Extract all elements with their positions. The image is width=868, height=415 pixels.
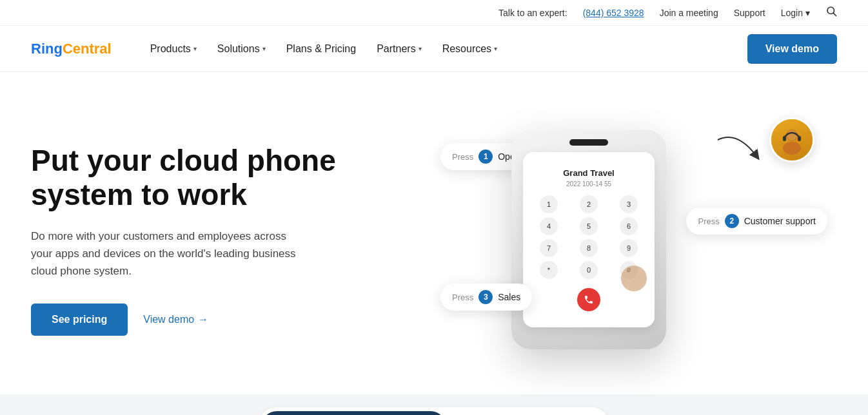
- tab-customer-experience[interactable]: Customer Experience: [448, 411, 606, 415]
- dialpad-8[interactable]: 8: [580, 239, 598, 257]
- dialpad-6[interactable]: 6: [620, 217, 638, 235]
- nav-solutions[interactable]: Solutions ▾: [210, 38, 273, 60]
- view-demo-link[interactable]: View demo →: [143, 314, 208, 325]
- partners-label: Partners: [377, 43, 415, 55]
- hero-right: Press 1 Opening Hours Grand Travel 2022 …: [340, 111, 837, 369]
- hero-title: Put your cloud phone system to work: [31, 144, 340, 212]
- tabs-container: Business Communications Customer Experie…: [258, 407, 610, 415]
- ivr-3-number: 3: [478, 290, 493, 304]
- svg-point-4: [787, 130, 797, 140]
- chevron-down-icon: ▾: [805, 8, 810, 18]
- resources-label: Resources: [442, 43, 491, 55]
- partners-chevron-icon: ▾: [419, 45, 422, 52]
- ivr-bubble-2: Press 2 Customer support: [686, 208, 827, 235]
- solutions-label: Solutions: [217, 43, 260, 55]
- ivr-1-number: 1: [478, 150, 493, 164]
- logo[interactable]: Ring Central: [31, 41, 112, 57]
- top-bar: Talk to an expert: (844) 652 3928 Join a…: [0, 0, 868, 26]
- agent-avatar: [769, 117, 814, 162]
- resources-chevron-icon: ▾: [494, 45, 497, 52]
- logo-ring: Ring: [31, 41, 63, 57]
- svg-line-1: [833, 13, 836, 15]
- svg-rect-6: [798, 136, 801, 141]
- see-pricing-button[interactable]: See pricing: [31, 304, 128, 336]
- main-nav: Ring Central Products ▾ Solutions ▾ Plan…: [0, 26, 868, 72]
- nav-products[interactable]: Products ▾: [143, 38, 204, 60]
- login-button[interactable]: Login ▾: [781, 8, 810, 18]
- expert-label: Talk to an expert:: [498, 8, 567, 18]
- dialpad-star[interactable]: *: [540, 261, 558, 279]
- ivr-bubble-3: Press 3 Sales: [440, 284, 532, 311]
- hero-subtitle: Do more with your customers and employee…: [31, 227, 302, 280]
- products-chevron-icon: ▾: [193, 45, 197, 52]
- logo-central: Central: [63, 41, 112, 57]
- agent-avatar-image: [771, 119, 813, 160]
- dialpad-1[interactable]: 1: [540, 195, 558, 213]
- products-label: Products: [150, 43, 191, 55]
- solutions-chevron-icon: ▾: [262, 45, 266, 52]
- ivr-3-text: Sales: [498, 292, 520, 302]
- nav-items: Products ▾ Solutions ▾ Plans & Pricing P…: [143, 38, 747, 60]
- caller-number: 2022 100-14 55: [566, 180, 611, 188]
- plans-pricing-label: Plans & Pricing: [286, 43, 357, 55]
- dialpad-7[interactable]: 7: [540, 239, 558, 257]
- phone-image: Grand Travel 2022 100-14 55 1 2 3 4 5 6 …: [511, 130, 666, 349]
- dialpad-4[interactable]: 4: [540, 217, 558, 235]
- ivr-2-number: 2: [725, 214, 739, 228]
- ivr-2-text: Customer support: [744, 216, 816, 226]
- dialpad-9[interactable]: 9: [620, 239, 638, 257]
- search-button[interactable]: [825, 5, 837, 20]
- dialpad-3[interactable]: 3: [620, 195, 638, 213]
- svg-rect-5: [783, 136, 786, 141]
- hero-section: Put your cloud phone system to work Do m…: [0, 72, 868, 394]
- hero-cta: See pricing View demo →: [31, 304, 340, 336]
- join-meeting-link[interactable]: Join a meeting: [660, 8, 718, 18]
- login-label: Login: [781, 8, 803, 18]
- nav-partners[interactable]: Partners ▾: [369, 38, 429, 60]
- phone-mockup: Press 1 Opening Hours Grand Travel 2022 …: [492, 130, 686, 349]
- dialpad-2[interactable]: 2: [580, 195, 598, 213]
- end-call-button[interactable]: [577, 288, 600, 311]
- phone-number[interactable]: (844) 652 3928: [583, 8, 644, 18]
- phone-screen: Grand Travel 2022 100-14 55 1 2 3 4 5 6 …: [511, 130, 666, 349]
- svg-point-3: [783, 142, 801, 155]
- view-demo-nav-button[interactable]: View demo: [747, 34, 837, 64]
- view-demo-text: View demo: [143, 314, 194, 325]
- caller-name: Grand Travel: [563, 168, 614, 178]
- support-link[interactable]: Support: [734, 8, 765, 18]
- dialpad-0[interactable]: 0: [580, 261, 598, 279]
- phone-screen-inner: Grand Travel 2022 100-14 55 1 2 3 4 5 6 …: [523, 152, 655, 327]
- hero-left: Put your cloud phone system to work Do m…: [31, 144, 340, 335]
- bottom-tabs-section: Business Communications Customer Experie…: [0, 394, 868, 415]
- nav-plans-pricing[interactable]: Plans & Pricing: [279, 38, 364, 60]
- dialpad-5[interactable]: 5: [580, 217, 598, 235]
- nav-resources[interactable]: Resources ▾: [435, 38, 505, 60]
- arrow-right-icon: →: [198, 314, 208, 325]
- tab-business-communications[interactable]: Business Communications: [262, 411, 446, 415]
